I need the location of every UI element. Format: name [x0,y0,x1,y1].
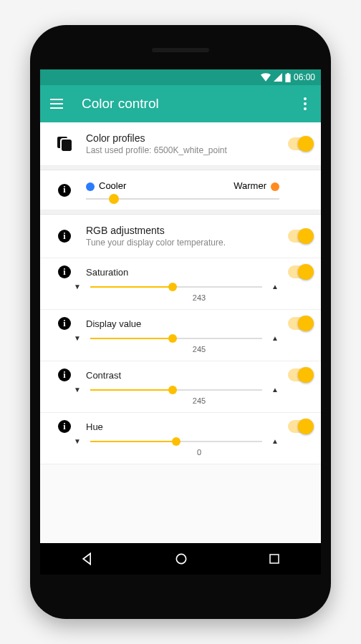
cool-dot-icon [86,182,95,191]
decrement-button[interactable]: ▼ [69,386,86,394]
app-bar: Color control [40,85,321,122]
cool-label: Cooler [86,180,126,191]
recent-icon[interactable] [268,552,281,565]
increment-button[interactable]: ▲ [266,334,284,342]
battery-icon [285,73,291,82]
slider-value: 243 [50,293,312,302]
slider-track[interactable] [90,338,262,339]
page-title: Color control [82,96,299,112]
profiles-toggle[interactable] [288,137,312,150]
svg-point-0 [176,554,186,563]
decrement-button[interactable]: ▼ [69,334,86,342]
color-profiles-row[interactable]: Color profiles Last used profile: 6500K_… [40,122,321,166]
profiles-subtitle: Last used profile: 6500K_white_point [86,145,279,155]
rgb-title: RGB adjustments [86,225,279,236]
phone-frame: 06:00 Color control Color profiles Last … [30,25,331,619]
slider-value: 0 [50,448,312,457]
slider-label: Display value [86,318,284,329]
info-icon[interactable]: i [58,369,71,381]
nav-bar [40,543,321,575]
slider-toggle[interactable] [288,265,312,278]
info-icon[interactable]: i [58,317,71,330]
slider-label: Saturation [86,267,284,278]
wifi-icon [261,73,271,82]
phone-speaker [152,48,209,52]
decrement-button[interactable]: ▼ [69,283,86,291]
slider-value: 245 [50,345,312,353]
info-icon[interactable]: i [58,184,71,197]
svg-rect-1 [270,555,279,563]
signal-icon [274,73,282,82]
home-icon[interactable] [174,552,188,566]
info-icon[interactable]: i [58,265,71,278]
clock: 06:00 [294,72,315,82]
decrement-button[interactable]: ▼ [69,437,86,445]
profiles-icon [57,137,72,151]
slider-thumb[interactable] [172,437,180,446]
slider-thumb[interactable] [168,386,177,394]
temperature-row: i Cooler Warmer [40,170,321,210]
slider-label: Contrast [86,370,284,381]
slider-row: iHue▼▲0 [40,413,321,464]
increment-button[interactable]: ▲ [266,386,284,394]
warm-label: Warmer [234,180,279,191]
slider-track[interactable] [90,441,262,442]
slider-toggle[interactable] [288,317,312,330]
warm-dot-icon [271,182,279,191]
slider-track[interactable] [90,286,262,288]
screen: 06:00 Color control Color profiles Last … [40,69,321,575]
slider-row: iDisplay value▼▲245 [40,310,321,361]
slider-thumb[interactable] [168,334,177,343]
slider-track[interactable] [90,389,262,391]
slider-toggle[interactable] [288,369,312,381]
menu-icon[interactable] [50,99,64,109]
info-icon[interactable]: i [58,230,71,243]
info-icon[interactable]: i [58,420,71,433]
back-icon[interactable] [80,552,95,566]
overflow-icon[interactable] [299,93,311,114]
temperature-slider[interactable] [86,198,279,200]
slider-value: 245 [50,396,312,405]
slider-label: Hue [86,421,284,432]
profiles-title: Color profiles [86,132,279,144]
increment-button[interactable]: ▲ [266,437,284,445]
content: Color profiles Last used profile: 6500K_… [40,122,321,543]
rgb-adjustments-row: i RGB adjustments Tune your display colo… [40,215,321,258]
slider-thumb[interactable] [168,283,177,291]
status-bar: 06:00 [40,69,321,85]
rgb-toggle[interactable] [288,230,312,243]
temperature-thumb[interactable] [109,194,119,204]
rgb-subtitle: Tune your display color temperature. [86,238,279,248]
increment-button[interactable]: ▲ [266,283,284,291]
slider-toggle[interactable] [288,420,312,433]
slider-row: iContrast▼▲245 [40,361,321,413]
slider-row: iSaturation▼▲243 [40,258,321,310]
